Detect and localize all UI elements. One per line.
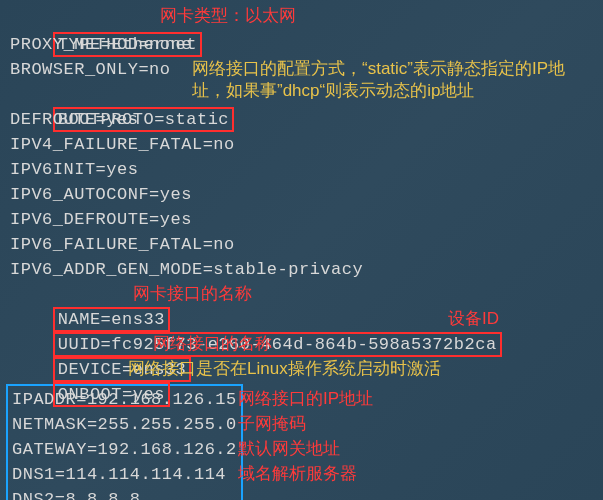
line-ipv4fail: IPV4_FAILURE_FATAL=no xyxy=(10,132,593,157)
line-ipv6init: IPV6INIT=yes xyxy=(10,157,593,182)
line-gateway: GATEWAY=192.168.126.2 xyxy=(12,437,237,462)
line-dns1: DNS1=114.114.114.114 xyxy=(12,462,237,487)
annotation-type: 网卡类型：以太网 xyxy=(160,5,296,27)
line-defroute: DEFROUTE=yes xyxy=(10,107,593,132)
annotation-onboot: 网络接口是否在Linux操作系统启动时激活 xyxy=(128,358,441,380)
annotation-gateway: 默认网关地址 xyxy=(238,438,340,460)
annotation-netmask: 子网掩码 xyxy=(238,413,306,435)
line-ipv6fail: IPV6_FAILURE_FATAL=no xyxy=(10,232,593,257)
annotation-name: 网卡接口的名称 xyxy=(133,283,252,305)
line-dns2: DNS2=8.8.8.8 xyxy=(12,487,237,500)
line-name: NAME=ens33 xyxy=(10,282,593,307)
annotation-bootproto: 网络接口的配置方式，“static”表示静态指定的IP地址，如果事”dhcp“则… xyxy=(192,58,592,102)
line-device: DEVICE=ens33 xyxy=(10,332,593,357)
annotation-ipaddr: 网络接口的IP地址 xyxy=(238,388,373,410)
line-ipaddr: IPADDR=192.168.126.15 xyxy=(12,387,237,412)
line-ipv6auto: IPV6_AUTOCONF=yes xyxy=(10,182,593,207)
line-netmask: NETMASK=255.255.255.0 xyxy=(12,412,237,437)
annotation-device: 网络接口的名称 xyxy=(153,333,272,355)
line-uuid: UUID=fc925f73-e260-464d-864b-598a5372b2c… xyxy=(10,307,593,332)
annotation-dns: 域名解析服务器 xyxy=(238,463,357,485)
annotation-uuid: 设备ID xyxy=(448,308,499,330)
box-network-block: IPADDR=192.168.126.15 NETMASK=255.255.25… xyxy=(6,384,243,500)
line-ipv6addr: IPV6_ADDR_GEN_MODE=stable-privacy xyxy=(10,257,593,282)
line-ipv6defroute: IPV6_DEFROUTE=yes xyxy=(10,207,593,232)
line-proxy: PROXY_METHOD=none xyxy=(10,32,593,57)
line-type: TYPE=Ethernet xyxy=(10,7,593,32)
